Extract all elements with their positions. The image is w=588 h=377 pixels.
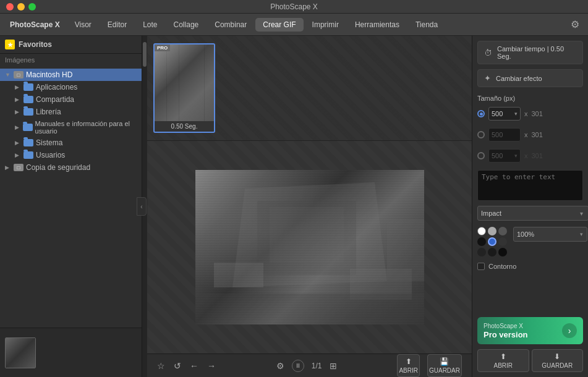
percent-row: 100% ▾ xyxy=(513,227,583,242)
svg-rect-3 xyxy=(257,201,356,275)
pagination: 1/1 xyxy=(312,362,322,370)
percent-select[interactable]: 100% xyxy=(513,227,587,242)
save-action-label: GUARDAR xyxy=(542,362,573,369)
color-gray[interactable] xyxy=(488,227,496,235)
pro-banner[interactable]: PhotoScape X Pro version › xyxy=(477,317,583,344)
svg-rect-1 xyxy=(195,170,424,324)
tree-item-label: Aplicaciones xyxy=(36,83,77,91)
forward-icon[interactable]: → xyxy=(207,361,216,371)
nav-brand[interactable]: PhotoScape X xyxy=(4,18,66,32)
toolbar-right: ⬆ ABRIR 💾 GUARDAR xyxy=(397,354,462,377)
save-icon: 💾 xyxy=(440,357,449,366)
svg-rect-4 xyxy=(270,207,344,263)
pause-button[interactable]: ⏸ xyxy=(292,360,304,372)
expand-arrow-6: ▶ xyxy=(15,140,21,146)
settings-icon[interactable]: ⚙ xyxy=(276,361,284,371)
expand-arrow-5: ▶ xyxy=(15,124,20,130)
nav-collage[interactable]: Collage xyxy=(166,18,207,32)
sidebar-favorites[interactable]: ★ Favoritos xyxy=(0,36,142,54)
nav-tienda[interactable]: Tienda xyxy=(408,18,445,32)
bottom-toolbar: ☆ ↺ ← → ⚙ ⏸ 1/1 ⊞ ⬆ ABRIR 💾 GUARDAR xyxy=(147,354,472,377)
title-bar: PhotoScape X xyxy=(0,0,588,14)
folder-icon xyxy=(23,124,33,131)
open-icon: ⬆ xyxy=(500,352,506,361)
sidebar-item-libreria[interactable]: ▶ Librería xyxy=(0,106,142,118)
nav-imprimir[interactable]: Imprimir xyxy=(305,18,346,32)
tree-item-label: Usuarios xyxy=(36,151,65,159)
hd-icon-2: □ xyxy=(14,164,23,171)
sidebar-item-sistema[interactable]: ▶ Sistema xyxy=(0,137,142,149)
font-select[interactable]: Impact xyxy=(477,206,588,221)
window-title: PhotoScape X xyxy=(270,2,318,11)
nav-combinar[interactable]: Combinar xyxy=(207,18,254,32)
sidebar-collapse-arrow[interactable]: ‹ xyxy=(137,197,147,216)
canvas-area xyxy=(147,141,472,354)
sidebar-item-manuales[interactable]: ▶ Manuales e información para el usuario xyxy=(0,118,142,137)
effect-icon: ✦ xyxy=(484,74,491,83)
change-time-button[interactable]: ⏱ Cambiar tiempo | 0.50 Seg. xyxy=(477,41,583,64)
hd-icon: □ xyxy=(14,71,23,78)
change-effect-label: Cambiar efecto xyxy=(496,75,542,82)
open-action-label: ABRIR xyxy=(493,362,513,369)
pro-sub-label: PhotoScape X xyxy=(484,322,528,330)
color-deepblack[interactable] xyxy=(498,248,507,256)
contorno-checkbox[interactable] xyxy=(477,263,485,270)
open-label: ABRIR xyxy=(399,367,418,374)
expand-arrow: ▼ xyxy=(5,72,11,78)
color-blue[interactable] xyxy=(488,237,496,246)
film-item[interactable]: PRO 0.50 Seg. xyxy=(153,43,215,133)
sidebar-item-copia[interactable]: ▶ □ Copia de seguridad xyxy=(0,161,142,174)
change-effect-button[interactable]: ✦ Cambiar efecto xyxy=(477,69,583,87)
color-verydark[interactable] xyxy=(498,237,507,246)
svg-marker-2 xyxy=(232,182,387,287)
color-almostbk[interactable] xyxy=(488,248,496,256)
size-width-2: 500 xyxy=(488,128,521,142)
scrollbar-thumb[interactable] xyxy=(143,42,147,67)
open-button[interactable]: ⬆ ABRIR xyxy=(397,354,420,377)
save-button[interactable]: 💾 GUARDAR xyxy=(427,354,462,377)
pro-banner-title: Pro version xyxy=(484,330,528,339)
color-white[interactable] xyxy=(477,227,486,235)
size-label: Tamaño (px) xyxy=(477,95,583,102)
nav-editor[interactable]: Editor xyxy=(100,18,134,32)
open-action-button[interactable]: ⬆ ABRIR xyxy=(477,349,529,372)
star-icon[interactable]: ☆ xyxy=(157,361,165,371)
canvas-image xyxy=(195,170,424,324)
folder-icon xyxy=(23,96,33,103)
sidebar-item-usuarios[interactable]: ▶ Usuarios xyxy=(0,149,142,161)
expand-arrow-4: ▶ xyxy=(15,109,21,115)
thumbnail-preview xyxy=(5,337,36,368)
favorites-icon: ★ xyxy=(5,40,15,49)
color-grid xyxy=(477,227,507,256)
nav-herramientas[interactable]: Herramientas xyxy=(347,18,407,32)
nav-visor[interactable]: Visor xyxy=(67,18,99,32)
sidebar-item-aplicaciones[interactable]: ▶ Aplicaciones xyxy=(0,81,142,93)
gear-icon[interactable]: ⚙ xyxy=(566,16,584,33)
grid-icon[interactable]: ⊞ xyxy=(330,361,337,371)
nav-crear-gif[interactable]: Crear GIF xyxy=(255,18,303,32)
color-nearlybk[interactable] xyxy=(477,248,486,256)
pro-banner-arrow[interactable]: › xyxy=(562,323,577,338)
color-darkgray[interactable] xyxy=(498,227,507,235)
tree-item-label: Macintosh HD xyxy=(26,70,72,79)
size-radio-2[interactable] xyxy=(477,131,485,138)
maximize-button[interactable] xyxy=(28,3,36,11)
close-button[interactable] xyxy=(6,3,14,11)
color-black[interactable] xyxy=(477,237,486,246)
minimize-button[interactable] xyxy=(17,3,25,11)
percent-col: 100% ▾ xyxy=(513,226,583,242)
size-width-1[interactable]: 500 ▾ xyxy=(488,107,521,121)
sidebar-item-compartida[interactable]: ▶ Compartida xyxy=(0,93,142,106)
main-nav: PhotoScape X Visor Editor Lote Collage C… xyxy=(0,14,588,36)
tree-item-label: Compartida xyxy=(36,95,74,104)
refresh-icon[interactable]: ↺ xyxy=(174,361,181,371)
text-input[interactable] xyxy=(477,170,583,201)
size-row-3: 500 ▾ x 301 xyxy=(477,149,583,163)
sidebar-item-macintosh-hd[interactable]: ▼ □ Macintosh HD xyxy=(0,69,142,81)
expand-arrow-3: ▶ xyxy=(15,96,21,103)
save-action-button[interactable]: ⬇ GUARDAR xyxy=(532,349,584,372)
size-radio-1[interactable] xyxy=(477,110,485,117)
nav-lote[interactable]: Lote xyxy=(135,18,164,32)
back-icon[interactable]: ← xyxy=(190,361,198,371)
size-radio-3[interactable] xyxy=(477,152,485,159)
